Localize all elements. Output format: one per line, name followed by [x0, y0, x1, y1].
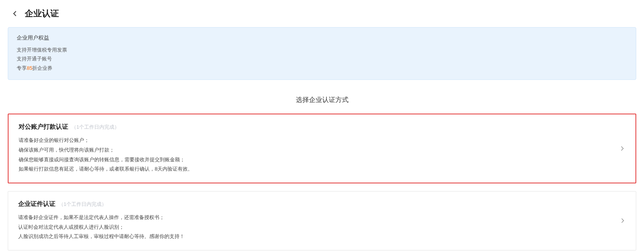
section-title: 选择企业认证方式 [8, 95, 636, 104]
chevron-right-icon [619, 144, 625, 153]
option-desc-line: 确保您能够直接或间接查询该账户的转账信息，需要接收并提交到账金额； [19, 155, 625, 165]
option-note: （1个工作日内完成） [71, 124, 119, 131]
option-desc-line: 请准备好企业的银行对公账户； [19, 136, 625, 145]
benefits-box: 企业用户权益 支持开增值税专用发票支持开通子账号专享85折企业券 [8, 27, 636, 80]
option-title: 企业证件认证 [18, 200, 55, 208]
option-description: 请准备好企业证件，如果不是法定代表人操作，还需准备授权书；认证时会对法定代表人或… [18, 213, 626, 242]
option-desc-line: 确保该账户可用，快代理将向该账户打款； [19, 145, 625, 155]
benefit-line: 支持开增值税专用发票 [17, 45, 627, 54]
option-desc-line: 认证时会对法定代表人或授权人进行人脸识别； [18, 223, 626, 232]
option-desc-line: 请准备好企业证件，如果不是法定代表人操作，还需准备授权书； [18, 213, 626, 223]
options-container: 对公账户打款认证（1个工作日内完成）请准备好企业的银行对公账户；确保该账户可用，… [8, 114, 636, 250]
page-header: 企业认证 [8, 8, 636, 19]
benefits-list: 支持开增值税专用发票支持开通子账号专享85折企业券 [17, 45, 627, 72]
benefit-line: 支持开通子账号 [17, 54, 627, 63]
option-note: （1个工作日内完成） [59, 201, 107, 208]
option-desc-line: 人脸识别成功之后等待人工审核，审核过程中请耐心等待。感谢你的支持！ [18, 232, 626, 242]
benefit-prefix: 专享 [17, 65, 27, 71]
option-card-document[interactable]: 企业证件认证（1个工作日内完成）请准备好企业证件，如果不是法定代表人操作，还需准… [8, 191, 636, 250]
page-title: 企业认证 [25, 8, 59, 19]
option-card-bank-transfer[interactable]: 对公账户打款认证（1个工作日内完成）请准备好企业的银行对公账户；确保该账户可用，… [8, 114, 636, 183]
option-description: 请准备好企业的银行对公账户；确保该账户可用，快代理将向该账户打款；确保您能够直接… [19, 136, 625, 174]
option-heading: 对公账户打款认证（1个工作日内完成） [19, 123, 625, 131]
benefit-line: 专享85折企业券 [17, 64, 627, 72]
option-desc-line: 如果银行打款信息有延迟，请耐心等待，或者联系银行确认，8天内验证有效。 [19, 164, 625, 174]
benefit-highlight: 85 [27, 65, 32, 71]
option-heading: 企业证件认证（1个工作日内完成） [18, 200, 626, 208]
benefits-title: 企业用户权益 [17, 35, 627, 41]
option-title: 对公账户打款认证 [19, 123, 68, 131]
back-arrow-icon[interactable] [12, 10, 19, 17]
chevron-right-icon [620, 216, 626, 225]
benefit-text: 折企业券 [32, 65, 52, 71]
